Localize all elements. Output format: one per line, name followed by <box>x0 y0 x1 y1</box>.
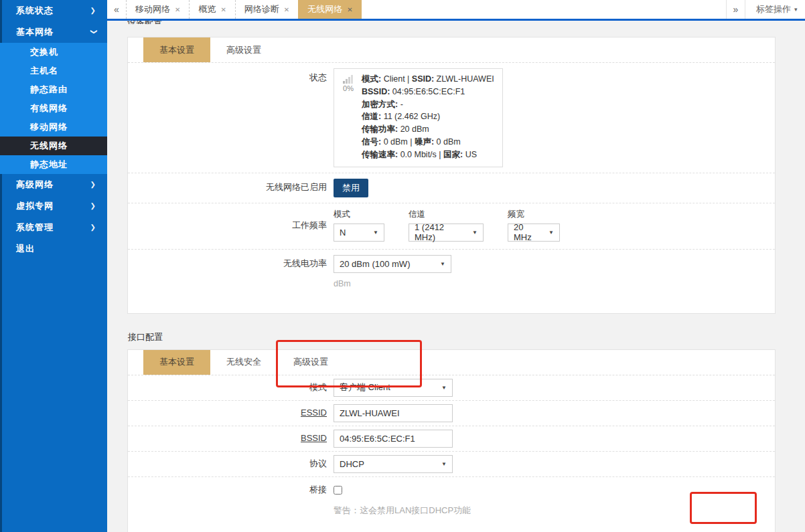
tab-iface-basic-settings[interactable]: 基本设置 <box>143 350 210 375</box>
sidebar-item-switch[interactable]: 交换机 <box>0 43 107 62</box>
essid-label-link[interactable]: ESSID <box>301 408 327 418</box>
status-lines: 模式: Client | SSID: ZLWL-HUAWEI BSSID: 04… <box>362 73 494 161</box>
close-icon[interactable]: ✕ <box>347 6 352 13</box>
radio-power-value: 20 dBm (100 mW) <box>340 259 410 269</box>
scroll-tabs-left-button[interactable]: « <box>107 0 126 19</box>
status-line: 加密方式: - <box>362 98 494 111</box>
tabbar-spacer <box>362 0 726 19</box>
sidebar: 系统状态 ❯ 基本网络 ❯ 交换机 主机名 静态路由 有线网络 移动网络 无线网… <box>0 0 107 532</box>
freq-mode-select[interactable]: N ▼ <box>334 224 384 242</box>
bridge-checkbox[interactable] <box>334 486 342 495</box>
freq-mode-label: 模式 <box>334 209 384 220</box>
operating-frequency-label: 工作频率 <box>128 208 334 243</box>
chevron-right-icon: ❯ <box>90 217 96 238</box>
sidebar-item-static-routes[interactable]: 静态路由 <box>0 80 107 99</box>
status-line: 模式: Client | SSID: ZLWL-HUAWEI <box>362 73 494 86</box>
status-row: 状态 0% 模式: Client | SSID: ZLWL-HUAWEI <box>128 63 775 173</box>
sidebar-item-label: 无线网络 <box>30 141 68 151</box>
bssid-label-link[interactable]: BSSID <box>301 433 327 443</box>
bssid-row: BSSID <box>128 426 775 452</box>
radio-power-hint: dBm <box>334 279 775 288</box>
sidebar-item-wireless-network[interactable]: 无线网络 <box>0 137 107 155</box>
close-icon[interactable]: ✕ <box>220 6 226 13</box>
tab-mobile-network[interactable]: 移动网络 ✕ <box>126 0 189 19</box>
radio-power-select[interactable]: 20 dBm (100 mW) ▼ <box>334 255 451 273</box>
freq-width-value: 20 MHz <box>514 222 543 242</box>
tab-wireless-network[interactable]: 无线网络 ✕ <box>298 0 361 19</box>
sidebar-item-system-status[interactable]: 系统状态 ❯ <box>0 0 107 21</box>
sidebar-item-label: 静态地址 <box>30 159 68 169</box>
caret-down-icon: ▾ <box>794 6 798 13</box>
interface-config-panel: 基本设置 无线安全 高级设置 模式 客户端 Client ▼ ESSID BSS… <box>127 349 776 532</box>
sidebar-item-label: 静态路由 <box>30 84 68 94</box>
device-config-title: 设备配置 <box>127 21 776 24</box>
device-config-panel: 基本设置 高级设置 状态 0% <box>127 37 776 314</box>
sidebar-item-mobile-network[interactable]: 移动网络 <box>0 118 107 137</box>
mode-label: 模式 <box>128 378 334 397</box>
tab-device-advanced-settings[interactable]: 高级设置 <box>210 37 277 62</box>
freq-channel-select[interactable]: 1 (2412 MHz) ▼ <box>409 224 484 242</box>
operating-frequency-row: 工作频率 模式 N ▼ 信道 1 (2412 MHz) ▼ <box>128 203 775 250</box>
sidebar-item-hostname[interactable]: 主机名 <box>0 62 107 80</box>
tab-label: 概览 <box>198 3 216 15</box>
close-icon[interactable]: ✕ <box>175 6 180 13</box>
disable-wireless-button[interactable]: 禁用 <box>334 179 368 197</box>
tab-actions-label: 标签操作 <box>756 3 791 15</box>
protocol-row: 协议 DHCP ▼ <box>128 452 775 477</box>
status-line: 信号: 0 dBm | 噪声: 0 dBm <box>362 136 494 149</box>
sidebar-item-label: 有线网络 <box>30 103 68 113</box>
sidebar-item-label: 高级网络 <box>16 179 54 189</box>
tab-device-basic-settings[interactable]: 基本设置 <box>143 37 210 62</box>
bssid-input[interactable] <box>334 430 453 448</box>
signal-bars-icon <box>343 75 354 84</box>
bridge-label: 桥接 <box>128 480 334 517</box>
signal-percent: 0% <box>343 84 354 92</box>
status-line: 传输速率: 0.0 Mbit/s | 国家: US <box>362 149 494 161</box>
sidebar-item-label: 交换机 <box>30 47 58 57</box>
wireless-status-box: 0% 模式: Client | SSID: ZLWL-HUAWEI BSSID:… <box>334 68 503 167</box>
sidebar-item-advanced-network[interactable]: 高级网络 ❯ <box>0 174 107 195</box>
caret-down-icon: ▼ <box>472 230 478 236</box>
tab-label: 网络诊断 <box>244 3 279 15</box>
sidebar-item-label: 退出 <box>16 244 35 254</box>
sidebar-item-label: 系统管理 <box>16 222 54 232</box>
status-line: 传输功率: 20 dBm <box>362 123 494 136</box>
sidebar-item-label: 主机名 <box>30 66 58 76</box>
interface-config-title: 接口配置 <box>128 331 805 343</box>
sidebar-item-vpn[interactable]: 虚拟专网 ❯ <box>0 195 107 217</box>
mode-select[interactable]: 客户端 Client ▼ <box>334 379 453 397</box>
wireless-enabled-label: 无线网络已启用 <box>128 178 334 198</box>
essid-row: ESSID <box>128 401 775 426</box>
caret-down-icon: ▼ <box>440 261 445 267</box>
status-line: 信道: 11 (2.462 GHz) <box>362 110 494 123</box>
scroll-tabs-right-button[interactable]: » <box>726 0 745 19</box>
freq-channel-label: 信道 <box>409 209 484 220</box>
protocol-value: DHCP <box>340 459 364 469</box>
freq-width-select[interactable]: 20 MHz ▼ <box>508 224 560 242</box>
close-icon[interactable]: ✕ <box>284 6 289 13</box>
chevron-right-icon: ❯ <box>90 0 96 21</box>
tab-iface-wireless-security[interactable]: 无线安全 <box>210 350 277 375</box>
sidebar-item-system-management[interactable]: 系统管理 ❯ <box>0 217 107 238</box>
tab-iface-advanced-settings[interactable]: 高级设置 <box>277 350 344 375</box>
sidebar-item-label: 虚拟专网 <box>16 201 54 211</box>
tab-actions-menu[interactable]: 标签操作 ▾ <box>745 0 805 19</box>
essid-input[interactable] <box>334 404 453 422</box>
tab-overview[interactable]: 概览 ✕ <box>189 0 234 19</box>
essid-label: ESSID <box>128 404 334 423</box>
sidebar-item-logout[interactable]: 退出 <box>0 238 107 260</box>
protocol-select[interactable]: DHCP ▼ <box>334 455 453 473</box>
sidebar-item-label: 移动网络 <box>30 122 68 132</box>
top-tab-bar: « 移动网络 ✕ 概览 ✕ 网络诊断 ✕ 无线网络 ✕ » 标签操作 ▾ <box>107 0 805 21</box>
freq-mode-value: N <box>340 228 346 238</box>
tab-network-diagnostics[interactable]: 网络诊断 ✕ <box>235 0 298 19</box>
tab-label: 无线网络 <box>307 3 342 15</box>
bridge-warning: 警告：这会禁用LAN接口DHCP功能 <box>334 505 775 517</box>
sidebar-item-basic-network[interactable]: 基本网络 ❯ <box>0 21 107 43</box>
tab-label: 移动网络 <box>135 3 170 15</box>
sidebar-item-wired-network[interactable]: 有线网络 <box>0 99 107 118</box>
sidebar-item-static-address[interactable]: 静态地址 <box>0 155 107 174</box>
bridge-row: 桥接 警告：这会禁用LAN接口DHCP功能 <box>128 477 775 523</box>
sidebar-item-label: 系统状态 <box>16 5 54 15</box>
bssid-label: BSSID <box>128 429 334 448</box>
